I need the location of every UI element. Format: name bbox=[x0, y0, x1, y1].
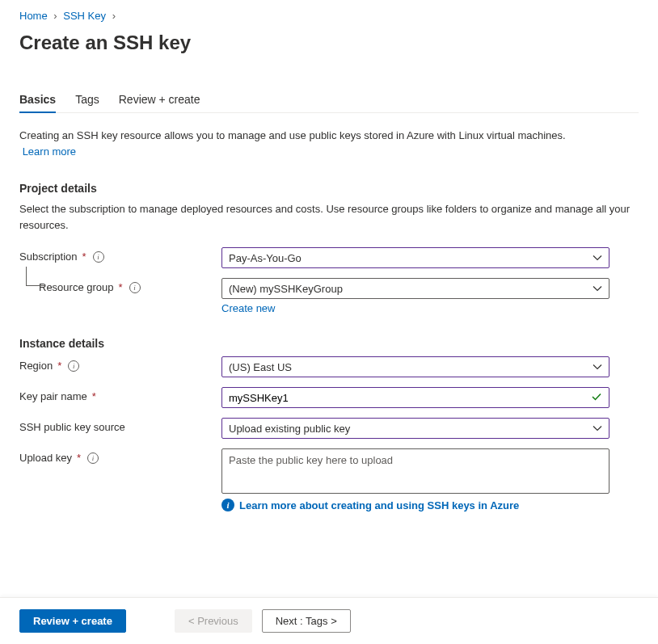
info-icon: i bbox=[221, 499, 234, 511]
learn-more-ssh-link[interactable]: Learn more about creating and using SSH … bbox=[239, 499, 519, 511]
info-icon[interactable]: i bbox=[129, 282, 141, 293]
keypair-name-label: Key pair name* bbox=[19, 387, 221, 402]
review-create-button[interactable]: Review + create bbox=[19, 609, 126, 633]
tab-review[interactable]: Review + create bbox=[119, 88, 200, 112]
tab-tags[interactable]: Tags bbox=[75, 88, 99, 112]
region-label: Region* i bbox=[19, 356, 221, 372]
breadcrumb-sshkey[interactable]: SSH Key bbox=[63, 10, 106, 22]
project-details-desc: Select the subscription to manage deploy… bbox=[19, 201, 639, 233]
previous-button: < Previous bbox=[175, 609, 252, 633]
upload-key-textarea[interactable] bbox=[229, 454, 602, 488]
page-title: Create an SSH key bbox=[19, 27, 639, 88]
intro-text: Creating an SSH key resource allows you … bbox=[19, 128, 639, 159]
instance-details-heading: Instance details bbox=[19, 337, 639, 350]
subscription-label: Subscription* i bbox=[19, 247, 221, 263]
info-icon[interactable]: i bbox=[68, 360, 79, 372]
keypair-name-input-wrapper bbox=[221, 387, 609, 408]
chevron-down-icon bbox=[593, 284, 602, 293]
chevron-down-icon bbox=[593, 253, 602, 263]
info-icon[interactable]: i bbox=[87, 452, 99, 464]
next-button[interactable]: Next : Tags > bbox=[262, 609, 351, 633]
keypair-name-input[interactable] bbox=[229, 392, 588, 404]
tabs: Basics Tags Review + create bbox=[19, 88, 639, 113]
info-icon[interactable]: i bbox=[93, 251, 104, 263]
chevron-down-icon bbox=[593, 362, 602, 372]
upload-key-textarea-wrapper bbox=[221, 448, 609, 494]
chevron-down-icon bbox=[593, 423, 602, 433]
resource-group-label: Resource group* i bbox=[39, 278, 221, 293]
ssh-source-select[interactable]: Upload existing public key bbox=[221, 418, 609, 439]
tab-basics[interactable]: Basics bbox=[19, 88, 56, 112]
create-new-link[interactable]: Create new bbox=[221, 302, 275, 314]
breadcrumb-home[interactable]: Home bbox=[19, 10, 48, 22]
breadcrumb: Home › SSH Key › bbox=[19, 10, 639, 27]
region-select[interactable]: (US) East US bbox=[221, 356, 609, 377]
breadcrumb-sep: › bbox=[53, 10, 57, 22]
upload-key-label: Upload key* i bbox=[19, 448, 221, 464]
wizard-footer: Review + create < Previous Next : Tags > bbox=[0, 597, 658, 644]
learn-more-link[interactable]: Learn more bbox=[23, 145, 76, 158]
indent-connector bbox=[26, 267, 45, 286]
subscription-select[interactable]: Pay-As-You-Go bbox=[221, 247, 609, 268]
project-details-heading: Project details bbox=[19, 182, 639, 195]
checkmark-icon bbox=[591, 391, 602, 405]
ssh-source-label: SSH public key source bbox=[19, 418, 221, 433]
resource-group-select[interactable]: (New) mySSHKeyGroup bbox=[221, 278, 609, 299]
breadcrumb-sep: › bbox=[112, 10, 116, 22]
